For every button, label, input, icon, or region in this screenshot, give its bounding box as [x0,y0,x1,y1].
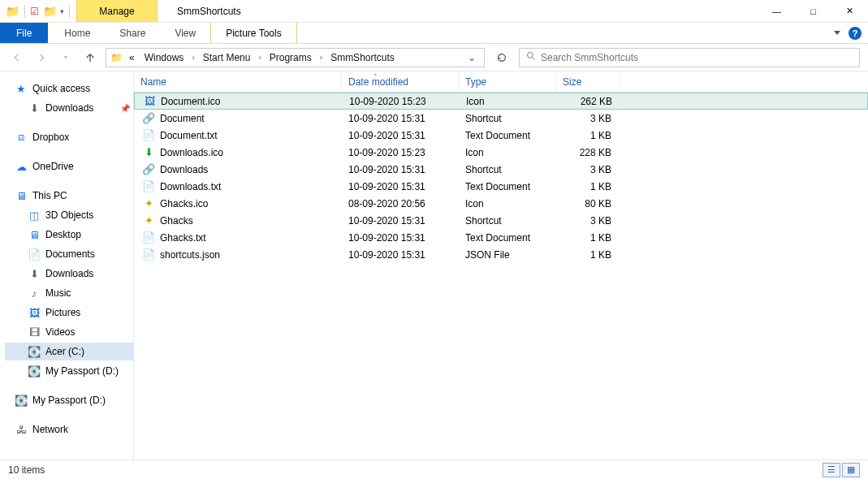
text-file-icon: 📄 [142,180,155,192]
search-input[interactable] [541,52,853,63]
text-file-icon: 📄 [142,231,155,244]
quick-access-toolbar: 📁 ☑ 📁 ▾ [0,0,76,22]
column-header-date[interactable]: Date modified [342,71,459,92]
drive-icon: 💽 [28,346,41,358]
file-row[interactable]: 📄Ghacks.txt10-09-2020 15:31Text Document… [134,229,868,246]
qat-overflow-icon[interactable]: ▾ [60,7,64,15]
sidebar-3d-objects[interactable]: ◫ 3D Objects [5,206,133,224]
network-icon: 🖧 [15,424,28,436]
sidebar-item-label: Desktop [45,229,81,240]
sidebar-item-label: My Passport (D:) [32,395,106,406]
breadcrumb-prefix[interactable]: « [124,49,140,67]
refresh-button[interactable] [491,48,512,67]
ribbon-collapse-icon[interactable] [834,31,840,35]
recent-dropdown-icon[interactable]: ▾ [57,49,75,67]
up-button[interactable] [81,49,99,67]
file-type: Text Document [459,232,556,244]
sidebar-item-label: Downloads [45,268,93,279]
sidebar-drive-c[interactable]: 💽 Acer (C:) [5,343,133,360]
file-row[interactable]: 📄Downloads.txt10-09-2020 15:31Text Docum… [134,178,868,195]
sidebar-music[interactable]: ♪ Music [5,284,133,302]
file-row[interactable]: ⬇Downloads.ico10-09-2020 15:23Icon228 KB [134,144,868,161]
pc-icon: 🖥 [15,190,28,202]
ribbon-tab-file[interactable]: File [0,23,48,43]
file-row[interactable]: ✦Ghacks10-09-2020 15:31Shortcut3 KB [134,212,868,229]
contextual-tab-manage[interactable]: Manage [76,0,158,22]
dropbox-icon: ⧈ [15,131,28,144]
file-date: 10-09-2020 15:23 [342,147,459,158]
file-date: 10-09-2020 15:31 [342,181,459,192]
drive-icon: 💽 [28,365,41,378]
sidebar-desktop[interactable]: 🖥 Desktop [5,226,133,244]
search-icon [526,51,536,63]
file-size: 1 KB [556,130,621,141]
sidebar-this-pc[interactable]: 🖥 This PC [5,187,133,205]
help-icon[interactable]: ? [849,27,862,40]
sidebar-item-label: Quick access [32,83,90,94]
sidebar-item-label: This PC [32,190,67,201]
breadcrumb-dropdown-icon[interactable]: ⌄ [468,52,481,63]
sidebar-item-label: Downloads [45,102,93,114]
file-row[interactable]: ✦Ghacks.ico08-09-2020 20:56Icon80 KB [134,195,868,212]
file-name: Downloads.txt [160,181,221,192]
shortcut-icon: 🔗 [142,163,155,175]
file-row[interactable]: 🔗Document10-09-2020 15:31Shortcut3 KB [134,110,868,127]
sidebar-quick-access[interactable]: ★ Quick access [5,80,133,97]
column-header-name[interactable]: Name [134,71,342,92]
file-size: 1 KB [556,232,621,244]
sidebar-item-label: My Passport (D:) [45,365,119,377]
forward-button[interactable] [32,49,50,67]
sidebar-item-label: Dropbox [32,132,69,143]
chevron-right-icon[interactable]: › [188,53,197,62]
file-date: 10-09-2020 15:23 [343,96,460,107]
file-row[interactable]: 📄Document.txt10-09-2020 15:31Text Docume… [134,127,868,144]
cube-icon: ◫ [28,209,41,222]
sidebar-downloads[interactable]: ⬇ Downloads [5,265,133,283]
image-icon: 🖼 [143,95,156,107]
breadcrumb-part-windows[interactable]: Windows [140,49,189,67]
back-button[interactable] [8,49,26,67]
window-buttons: — □ ✕ [758,0,868,22]
breadcrumb-folder-icon: 📁 [110,51,123,64]
search-box[interactable] [519,48,860,67]
ribbon-tab-share[interactable]: Share [105,23,160,43]
file-date: 10-09-2020 15:31 [342,113,459,124]
window-title: SmmShortcuts [158,0,758,22]
breadcrumb-part-startmenu[interactable]: Start Menu [198,49,256,67]
file-date: 08-09-2020 20:56 [342,198,459,209]
maximize-button[interactable]: □ [795,0,831,22]
documents-icon: 📄 [28,248,41,261]
breadcrumb[interactable]: 📁 « Windows › Start Menu › Programs › Sm… [106,48,485,67]
file-size: 3 KB [556,215,621,227]
file-row[interactable]: 🖼Document.ico10-09-2020 15:23Icon262 KB [134,93,868,110]
minimize-button[interactable]: — [758,0,795,22]
sidebar-network[interactable]: 🖧 Network [5,421,133,438]
file-type: Icon [460,96,557,107]
file-row[interactable]: 🔗Downloads10-09-2020 15:31Shortcut3 KB [134,161,868,178]
qat-checkbox-icon[interactable]: ☑ [30,6,39,17]
column-header-type[interactable]: Type [459,71,556,92]
sidebar-drive-d[interactable]: 💽 My Passport (D:) [5,362,133,380]
breadcrumb-part-programs[interactable]: Programs [265,49,317,67]
sidebar-downloads-pinned[interactable]: ⬇ Downloads 📌 [5,99,133,117]
sidebar-dropbox[interactable]: ⧈ Dropbox [5,128,133,146]
ribbon-tab-home[interactable]: Home [50,23,105,43]
sidebar-videos[interactable]: 🎞 Videos [5,323,133,341]
sidebar-onedrive[interactable]: ☁ OneDrive [5,158,133,175]
breadcrumb-part-current[interactable]: SmmShortcuts [326,49,399,67]
chevron-right-icon[interactable]: › [317,53,326,62]
ribbon-tab-view[interactable]: View [160,23,210,43]
chevron-right-icon[interactable]: › [255,53,264,62]
sidebar-documents[interactable]: 📄 Documents [5,245,133,263]
view-thumbnails-button[interactable]: ▦ [842,463,860,477]
sidebar-my-passport-root[interactable]: 💽 My Passport (D:) [5,391,133,409]
shortcut-icon: 🔗 [142,112,155,124]
drive-icon: 💽 [15,395,28,407]
view-details-button[interactable]: ☰ [823,463,840,477]
file-row[interactable]: 📄shortcuts.json10-09-2020 15:31JSON File… [134,246,868,263]
qat-folder-icon[interactable]: 📁 [42,5,57,18]
column-header-size[interactable]: Size [556,71,621,92]
sidebar-pictures[interactable]: 🖼 Pictures [5,304,133,321]
close-button[interactable]: ✕ [831,0,868,22]
ribbon-tab-picture-tools[interactable]: Picture Tools [210,23,296,43]
